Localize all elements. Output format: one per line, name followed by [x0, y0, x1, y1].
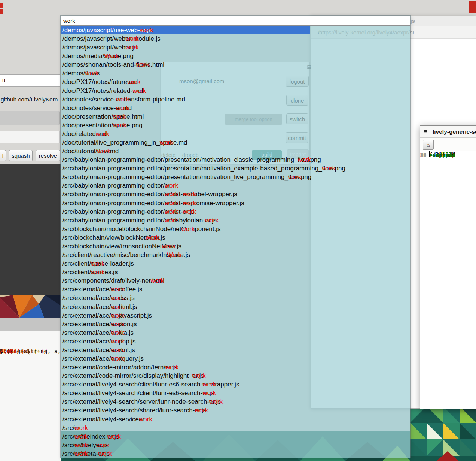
- search-result[interactable]: /src/blockchain/view/transactionNetworkV…: [61, 242, 410, 251]
- wallpaper: [410, 406, 476, 461]
- search-result[interactable]: /src/components/draft/lively-network.htm…: [61, 276, 410, 285]
- search-result[interactable]: /doc/notes/service-worker-transform-pipe…: [61, 95, 410, 104]
- search-input[interactable]: [61, 16, 410, 26]
- desktop: u github.com/LivelyKern f squash resolve…: [0, 0, 476, 461]
- search-result[interactable]: /src/external/lively4-search/shared/lunr…: [61, 406, 410, 415]
- search-result[interactable]: /demos/javascript/webworker-module.js: [61, 34, 410, 43]
- search-result[interactable]: /doc/PX17/notes/futurework.md: [61, 78, 410, 86]
- menu-icon[interactable]: ≡: [424, 126, 427, 137]
- resolve-button[interactable]: resolve: [36, 150, 60, 161]
- dark-panel: [0, 164, 61, 295]
- search-result[interactable]: /src/external/lively4-search/server/lunr…: [61, 397, 410, 406]
- left-url-input[interactable]: u: [0, 74, 60, 87]
- search-result[interactable]: /src/babylonian-programming-editor/prese…: [61, 164, 410, 173]
- search-result[interactable]: /src/worker/meta-worker.js: [61, 449, 410, 458]
- text-cursor: [429, 151, 430, 157]
- squash-button[interactable]: squash: [9, 150, 33, 161]
- search-result[interactable]: /src/babylonian-programming-editor/prese…: [61, 155, 410, 164]
- search-result[interactable]: /src/babylonian-programming-editor/worke…: [61, 207, 410, 216]
- search-result[interactable]: /src/external/ace/worker-lua.js: [61, 328, 410, 337]
- code-editor[interactable]: 1234567891011121314151617181920212223242…: [420, 151, 476, 409]
- wallpaper-triangles: [0, 295, 61, 318]
- search-result[interactable]: /src/external/lively4-search/client/lunr…: [61, 380, 410, 389]
- window-title: lively-generic-search.js: [433, 126, 476, 137]
- search-result[interactable]: /src/external/ace/worker-css.js: [61, 294, 410, 302]
- search-result[interactable]: /src/client/reactive/misc/benchmarkInWor…: [61, 251, 410, 259]
- home-button[interactable]: ⌂: [423, 140, 434, 150]
- search-result[interactable]: /demos/javascript/webworker.js: [61, 43, 410, 52]
- search-result[interactable]: /demos/workflows: [61, 69, 410, 78]
- search-result[interactable]: /src/worker: [61, 424, 410, 432]
- search-result[interactable]: /src/external/ace/worker-javascript.js: [61, 311, 410, 320]
- search-result[interactable]: /src/external/ace/worker-coffee.js: [61, 285, 410, 294]
- search-result[interactable]: /src/worker/livelyworker.js: [61, 441, 410, 449]
- collapsed-panel: [0, 318, 61, 331]
- search-result[interactable]: /src/babylonian-programming-editor/worke…: [61, 199, 410, 207]
- ff-button[interactable]: f: [0, 150, 6, 161]
- search-result[interactable]: /src/external/lively4-serviceworker: [61, 415, 410, 424]
- search-results: /demos/javascript/use-web-worker.js/demo…: [61, 26, 410, 458]
- search-result[interactable]: /src/external/ace/worker-xquery.js: [61, 354, 410, 363]
- file-search-overlay: /demos/javascript/use-web-worker.js/demo…: [61, 16, 410, 458]
- search-result[interactable]: /src/external/ace/worker-php.js: [61, 337, 410, 346]
- search-result[interactable]: /doc/tutorial/workflow.md: [61, 147, 410, 155]
- search-result[interactable]: /doc/presentation/workspace.png: [61, 121, 410, 130]
- search-result[interactable]: /demos/javascript/use-web-worker.js: [61, 26, 310, 34]
- search-result[interactable]: /src/external/ace/worker-xml.js: [61, 346, 410, 354]
- editor-window: ≡ lively-generic-search.js ← → ↑ ⌂ 12345…: [420, 125, 476, 409]
- search-result[interactable]: /doc/PX17/notes/related-work.md: [61, 87, 410, 95]
- wallpaper-triangles: [410, 406, 476, 461]
- search-result[interactable]: /demos/shonan/tools-and-workflows.html: [61, 60, 410, 69]
- search-result[interactable]: /src/client/workspaces.js: [61, 268, 410, 276]
- search-result[interactable]: /src/babylonian-programming-editor/worke…: [61, 190, 410, 198]
- red-marker: [0, 9, 3, 14]
- search-result[interactable]: /src/worker/fileindex-worker.js: [61, 432, 410, 441]
- wallpaper-strip: [0, 295, 61, 318]
- search-result[interactable]: /src/external/lively4-search/client/lunr…: [61, 389, 410, 397]
- search-result[interactable]: /src/external/code-mirror/addon/tern/wor…: [61, 363, 410, 371]
- search-result[interactable]: /doc/presentation/workspace.html: [61, 112, 410, 121]
- search-result[interactable]: /doc/tutorial/live_programming_in_worksp…: [61, 138, 410, 147]
- left-code-fragment: lDo(/(#[A-Za-z]+)/Do(regExString, s,AllD…: [0, 346, 61, 395]
- search-result[interactable]: /src/babylonian-programming-editor/prese…: [61, 173, 410, 181]
- search-result[interactable]: /src/blockchain/model/blockchainNode/net…: [61, 225, 410, 233]
- left-white-field[interactable]: [0, 131, 60, 143]
- editor-nav-toolbar: ← → ↑ ⌂: [420, 138, 476, 151]
- search-result[interactable]: /src/external/code-mirror/src/display/hi…: [61, 371, 410, 380]
- search-result[interactable]: /doc/relatedwork.md: [61, 130, 410, 138]
- search-result[interactable]: /src/blockchain/view/blockNetworkView.js: [61, 233, 410, 242]
- window-titlebar[interactable]: ≡ lively-generic-search.js: [420, 126, 476, 138]
- left-gray-field[interactable]: [0, 111, 60, 125]
- line-number: 36: [420, 151, 429, 158]
- red-marker: [469, 1, 476, 13]
- search-result[interactable]: /doc/notes/service-worker.md: [61, 104, 410, 112]
- red-marker: [0, 3, 3, 8]
- repo-link[interactable]: github.com/LivelyKern: [1, 96, 61, 104]
- search-result[interactable]: /src/external/ace/worker-json.js: [61, 320, 410, 328]
- search-result[interactable]: /src/client/workspace-loader.js: [61, 259, 410, 268]
- search-result[interactable]: /src/babylonian-programming-editor/worke…: [61, 181, 410, 190]
- search-result[interactable]: /demos/media/Workspace.png: [61, 52, 410, 60]
- search-result[interactable]: /src/babylonian-programming-editor/worke…: [61, 216, 410, 225]
- search-result[interactable]: /src/external/ace/worker-html.js: [61, 303, 410, 311]
